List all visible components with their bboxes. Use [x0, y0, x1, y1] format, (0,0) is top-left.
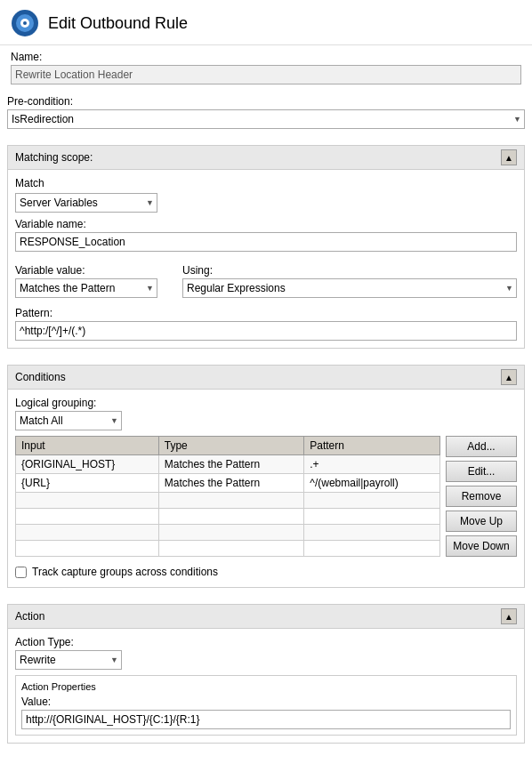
cell-type: Matches the Pattern: [158, 474, 304, 493]
col-pattern: Pattern: [304, 437, 440, 455]
action-properties-label: Action Properties: [21, 681, 511, 692]
conditions-panel: Conditions ▲ Logical grouping: Match All…: [7, 365, 525, 588]
logical-grouping-select[interactable]: Match All: [15, 411, 122, 430]
name-label: Name:: [11, 51, 521, 63]
matching-scope-body: Match Server Variables Variable name: Va…: [8, 170, 524, 348]
using-select[interactable]: Regular Expressions: [182, 278, 517, 298]
track-checkbox-label: Track capture groups across conditions: [32, 566, 218, 578]
match-select-wrap: Server Variables: [15, 193, 157, 213]
variable-value-select-wrap: Matches the Pattern: [15, 278, 157, 298]
action-panel: Action ▲ Action Type: Rewrite Action Pro…: [7, 604, 525, 744]
matching-scope-panel: Matching scope: ▲ Match Server Variables…: [7, 145, 525, 349]
move-down-button[interactable]: Move Down: [446, 535, 517, 557]
action-body: Action Type: Rewrite Action Properties V…: [8, 629, 524, 743]
conditions-buttons: Add... Edit... Remove Move Up Move Down: [446, 436, 517, 560]
conditions-body: Logical grouping: Match All Input Type P…: [8, 390, 524, 587]
variable-name-input[interactable]: [15, 232, 517, 252]
conditions-collapse-btn[interactable]: ▲: [501, 369, 517, 385]
precondition-select-wrap: IsRedirection: [7, 109, 525, 129]
conditions-title: Conditions: [15, 371, 66, 383]
table-row-empty: [16, 525, 440, 541]
conditions-header: Conditions ▲: [8, 366, 524, 390]
matching-scope-title: Matching scope:: [15, 151, 93, 164]
action-type-select-wrap: Rewrite: [15, 650, 122, 670]
action-properties-group: Action Properties Value:: [15, 675, 517, 736]
precondition-label: Pre-condition:: [7, 95, 525, 108]
move-up-button[interactable]: Move Up: [446, 511, 517, 532]
action-header: Action ▲: [8, 605, 524, 629]
cell-input: {ORIGINAL_HOST}: [16, 455, 159, 474]
logical-grouping-label: Logical grouping:: [15, 397, 517, 409]
cell-pattern: .+: [304, 455, 440, 474]
conditions-table-wrap: Input Type Pattern {ORIGINAL_HOST} Match…: [15, 436, 440, 560]
action-type-row: Action Type: Rewrite: [15, 636, 517, 670]
page-title: Edit Outbound Rule: [48, 14, 188, 33]
table-row-empty: [16, 541, 440, 557]
track-checkbox-row: Track capture groups across conditions: [15, 560, 517, 580]
variable-value-row: Variable value: Matches the Pattern Usin…: [15, 264, 517, 298]
table-row: {URL} Matches the Pattern ^/(webmail|pay…: [16, 474, 440, 493]
logical-grouping-select-wrap: Match All: [15, 411, 122, 430]
variable-value-label: Variable value:: [15, 264, 175, 277]
value-label: Value:: [21, 696, 511, 708]
table-row-empty: [16, 509, 440, 525]
variable-value-select[interactable]: Matches the Pattern: [15, 278, 157, 298]
action-collapse-btn[interactable]: ▲: [501, 608, 517, 624]
col-type: Type: [158, 437, 304, 455]
svg-point-3: [23, 21, 27, 25]
pattern-label: Pattern:: [15, 307, 517, 319]
add-button[interactable]: Add...: [446, 436, 517, 457]
action-type-select[interactable]: Rewrite: [15, 650, 122, 670]
conditions-layout: Input Type Pattern {ORIGINAL_HOST} Match…: [15, 436, 517, 560]
variable-value-col: Variable value: Matches the Pattern: [15, 264, 175, 298]
match-label: Match: [15, 177, 517, 189]
cell-input: {URL}: [16, 474, 159, 493]
name-field-row: Name:: [0, 45, 532, 88]
table-row: {ORIGINAL_HOST} Matches the Pattern .+: [16, 455, 440, 474]
track-checkbox[interactable]: [15, 567, 27, 578]
page-header: Edit Outbound Rule: [0, 0, 532, 45]
precondition-select[interactable]: IsRedirection: [7, 109, 525, 129]
logical-grouping-row: Logical grouping: Match All: [15, 397, 517, 430]
action-title: Action: [15, 610, 44, 623]
edit-button[interactable]: Edit...: [446, 461, 517, 482]
cell-type: Matches the Pattern: [158, 455, 304, 474]
variable-name-label: Variable name:: [15, 218, 517, 230]
using-col: Using: Regular Expressions: [182, 264, 517, 298]
matching-scope-collapse-btn[interactable]: ▲: [501, 149, 517, 165]
col-input: Input: [16, 437, 159, 455]
action-value-input[interactable]: [21, 710, 511, 729]
using-select-wrap: Regular Expressions: [182, 278, 517, 298]
pattern-input[interactable]: [15, 321, 517, 341]
using-label: Using:: [182, 264, 517, 277]
action-type-label: Action Type:: [15, 636, 517, 648]
matching-scope-header: Matching scope: ▲: [8, 146, 524, 170]
name-input[interactable]: [11, 65, 521, 84]
conditions-table: Input Type Pattern {ORIGINAL_HOST} Match…: [15, 436, 440, 557]
match-dropdown-row: Server Variables: [15, 193, 517, 213]
precondition-row: Pre-condition: IsRedirection: [0, 93, 532, 134]
rule-icon: [11, 9, 39, 37]
cell-pattern: ^/(webmail|payroll): [304, 474, 440, 493]
remove-button[interactable]: Remove: [446, 486, 517, 507]
match-select[interactable]: Server Variables: [15, 193, 157, 213]
table-row-empty: [16, 493, 440, 509]
